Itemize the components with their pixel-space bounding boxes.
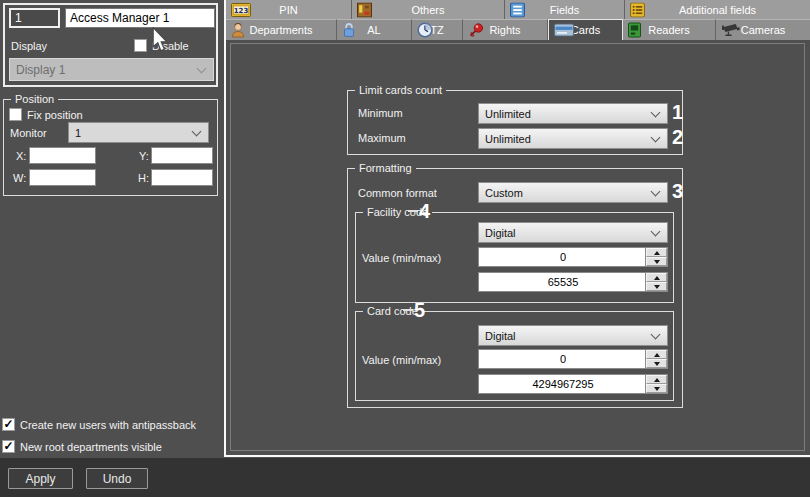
spin-up-icon[interactable] [646, 248, 667, 257]
card-max-field[interactable] [478, 374, 668, 394]
card-max-spinner[interactable] [645, 374, 668, 394]
tab-pin[interactable]: 123 PIN [226, 0, 352, 19]
fix-position-checkbox[interactable] [9, 108, 22, 121]
camera-icon [721, 23, 741, 38]
display-select[interactable]: Display 1 [9, 58, 214, 81]
fix-position-label: Fix position [27, 109, 83, 121]
tab-tz[interactable]: TZ [412, 19, 463, 40]
w-input[interactable] [29, 169, 96, 186]
y-input[interactable] [151, 147, 213, 164]
mouse-cursor [151, 27, 169, 53]
facility-max-field[interactable] [478, 272, 668, 292]
object-name-input[interactable] [65, 8, 215, 28]
tab-others-label: Others [411, 4, 444, 16]
card-type-select-value: Digital [485, 330, 516, 342]
maximum-select-value: Unlimited [485, 133, 531, 145]
key-icon [468, 22, 484, 38]
common-format-select-value: Custom [485, 187, 523, 199]
annotation-5-dash [403, 309, 413, 311]
card-min-field[interactable] [478, 349, 668, 369]
tab-departments-label: Departments [250, 24, 313, 36]
antipassback-checkbox[interactable]: ✓ [2, 418, 15, 431]
spin-down-icon[interactable] [646, 282, 667, 291]
tab-pin-label: PIN [279, 4, 297, 16]
card-min-input[interactable] [478, 349, 668, 369]
svg-text:123: 123 [234, 6, 249, 14]
display-select-value: Display 1 [16, 63, 65, 77]
reader-icon [628, 22, 641, 38]
facility-min-field[interactable] [478, 247, 668, 267]
annotation-4: 4 [419, 201, 430, 221]
facility-min-input[interactable] [478, 247, 668, 267]
chevron-down-icon [651, 132, 661, 142]
facility-max-spinner[interactable] [645, 272, 668, 292]
tab-additional-fields-label: Additional fields [679, 4, 756, 16]
tab-cameras-label: Cameras [741, 24, 786, 36]
maximum-select[interactable]: Unlimited [478, 128, 668, 149]
facility-max-input[interactable] [478, 272, 668, 292]
annotation-2: 2 [672, 127, 683, 147]
undo-button[interactable]: Undo [86, 468, 148, 489]
spin-down-icon[interactable] [646, 384, 667, 393]
spin-down-icon[interactable] [646, 359, 667, 368]
tab-readers[interactable]: Readers [623, 19, 716, 40]
card-code-group-title: Card code [363, 305, 422, 317]
display-label: Display [11, 40, 47, 52]
settings-tab-panel: 123 PIN Others [224, 0, 810, 457]
monitor-select[interactable]: 1 [68, 122, 209, 143]
monitor-label: Monitor [10, 127, 47, 139]
limit-cards-group-title: Limit cards count [355, 84, 446, 96]
tab-fields[interactable]: Fields [505, 0, 625, 19]
chevron-down-icon [197, 63, 207, 73]
apply-button[interactable]: Apply [8, 468, 73, 489]
card-type-select[interactable]: Digital [478, 325, 668, 346]
card-icon [554, 24, 574, 37]
tab-rights[interactable]: Rights [463, 19, 548, 40]
tab-rights-label: Rights [489, 24, 520, 36]
annotation-5: 5 [414, 300, 425, 320]
spin-up-icon[interactable] [646, 273, 667, 282]
tab-others[interactable]: Others [352, 0, 505, 19]
root-departments-checkbox[interactable]: ✓ [2, 440, 15, 453]
y-label: Y: [139, 150, 149, 162]
spin-down-icon[interactable] [646, 257, 667, 266]
x-label: X: [16, 150, 26, 162]
minimum-select-value: Unlimited [485, 108, 531, 120]
root-departments-label: New root departments visible [20, 441, 162, 453]
tab-fields-label: Fields [550, 4, 579, 16]
checkmark-icon: ✓ [3, 441, 13, 452]
minimum-select[interactable]: Unlimited [478, 103, 668, 124]
facility-type-select-value: Digital [485, 227, 516, 239]
common-format-select[interactable]: Custom [478, 182, 668, 203]
minimum-label: Minimum [358, 107, 403, 119]
tab-cards[interactable]: Cards [548, 19, 623, 40]
card-min-spinner[interactable] [645, 349, 668, 369]
others-icon [357, 2, 372, 17]
person-icon [231, 22, 245, 39]
h-input[interactable] [151, 169, 213, 186]
h-label: H: [138, 172, 149, 184]
monitor-select-value: 1 [75, 127, 81, 139]
chevron-down-icon [651, 226, 661, 236]
additional-fields-icon [630, 2, 645, 17]
disable-checkbox[interactable] [134, 39, 147, 52]
chevron-down-icon [651, 186, 661, 196]
spin-up-icon[interactable] [646, 375, 667, 384]
facility-type-select[interactable]: Digital [478, 222, 668, 243]
annotation-3: 3 [672, 181, 683, 201]
tab-departments[interactable]: Departments [226, 19, 337, 40]
maximum-label: Maximum [358, 132, 406, 144]
chevron-down-icon [651, 107, 661, 117]
spin-up-icon[interactable] [646, 350, 667, 359]
object-id-field[interactable]: 1 [9, 8, 60, 28]
lock-icon [342, 22, 356, 39]
x-input[interactable] [29, 147, 96, 164]
tab-cameras[interactable]: Cameras [716, 19, 810, 40]
facility-min-spinner[interactable] [645, 247, 668, 267]
tab-additional-fields[interactable]: Additional fields [625, 0, 810, 19]
card-max-input[interactable] [478, 374, 668, 394]
tab-al[interactable]: AL [337, 19, 412, 40]
position-group-title: Position [11, 93, 58, 105]
common-format-label: Common format [358, 187, 437, 199]
chevron-down-icon [192, 126, 202, 136]
